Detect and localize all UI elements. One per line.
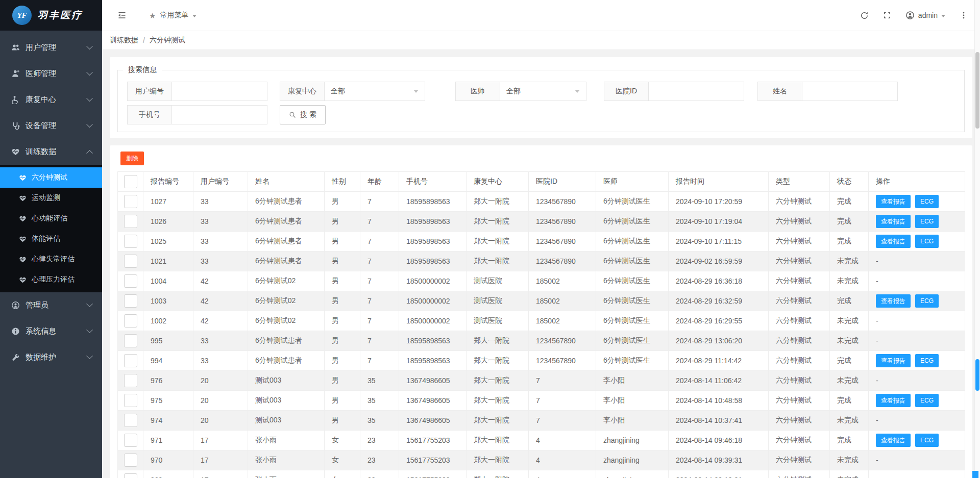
row-checkbox[interactable] <box>124 473 137 478</box>
sidebar-item-users[interactable]: 用户管理 <box>0 35 102 61</box>
submenu-item-5[interactable]: 心理压力评估 <box>0 269 102 290</box>
search-input[interactable] <box>172 105 267 124</box>
submenu-item-3[interactable]: 体能评估 <box>0 229 102 249</box>
ecg-button[interactable]: ECG <box>915 294 939 308</box>
quick-menu-dropdown[interactable]: ★ 常用菜单 <box>149 11 197 20</box>
cell-hospital_id: 4 <box>529 450 596 470</box>
cell-age: 7 <box>360 291 399 311</box>
view-report-button[interactable]: 查看报告 <box>876 434 911 447</box>
cell-actions: - <box>869 470 965 478</box>
cell-name: 6分钟测试患者 <box>248 351 325 371</box>
cell-name: 测试003 <box>248 371 325 391</box>
cell-doctor: 6分钟测试医生 <box>596 271 669 291</box>
ecg-button[interactable]: ECG <box>915 354 939 367</box>
sidebar-item-admin[interactable]: 管理员 <box>0 292 102 318</box>
sidebar-item-device[interactable]: 设备管理 <box>0 113 102 139</box>
cell-type: 六分钟测试 <box>769 351 830 371</box>
sidebar-item-wrench[interactable]: 数据维护 <box>0 344 102 370</box>
table-header-cell-1: 用户编号 <box>193 172 248 192</box>
rehab-icon <box>11 95 20 104</box>
search-button[interactable]: 搜 索 <box>280 105 326 124</box>
chevron-down-icon <box>941 15 945 17</box>
row-checkbox[interactable] <box>124 235 137 248</box>
more-options-icon[interactable] <box>960 11 968 19</box>
ecg-button[interactable]: ECG <box>915 195 939 208</box>
cell-type: 六分钟测试 <box>769 411 830 431</box>
select-all-checkbox[interactable] <box>124 175 137 188</box>
cell-actions: - <box>869 271 965 291</box>
ecg-button[interactable]: ECG <box>915 434 939 447</box>
user-menu[interactable]: admin <box>905 11 945 20</box>
reports-table: 报告编号用户编号姓名性别年龄手机号康复中心医院ID医师报告时间类型状态操作 10… <box>117 171 965 478</box>
row-checkbox[interactable] <box>124 394 137 407</box>
cell-phone: 18595898563 <box>399 331 467 351</box>
row-checkbox[interactable] <box>124 414 137 427</box>
table-row: 1021336分钟测试患者男718595898563郑大一附院123456789… <box>118 251 965 271</box>
cell-status: 未完成 <box>830 411 869 431</box>
ecg-button[interactable]: ECG <box>915 235 939 248</box>
select-caret-icon <box>575 90 580 93</box>
submenu-item-0[interactable]: 六分钟测试 <box>0 167 102 188</box>
row-checkbox[interactable] <box>124 255 137 268</box>
cell-age: 23 <box>360 431 399 450</box>
cell-type: 六分钟测试 <box>769 391 830 411</box>
search-input[interactable] <box>172 82 267 101</box>
submenu-item-label: 心律失常评估 <box>32 255 75 264</box>
sidebar-item-heart[interactable]: 训练数据 <box>0 139 102 165</box>
cell-age: 35 <box>360 391 399 411</box>
view-report-button[interactable]: 查看报告 <box>876 195 911 208</box>
delete-button[interactable]: 删除 <box>120 152 144 165</box>
cell-type: 六分钟测试 <box>769 311 830 331</box>
view-report-button[interactable]: 查看报告 <box>876 354 911 367</box>
row-checkbox[interactable] <box>124 454 137 467</box>
search-input[interactable] <box>802 82 898 101</box>
view-report-button[interactable]: 查看报告 <box>876 394 911 407</box>
refresh-icon[interactable] <box>860 11 869 20</box>
scrollbar-thumb-secondary[interactable] <box>975 359 979 391</box>
sidebar-item-doctor[interactable]: 医师管理 <box>0 61 102 87</box>
ecg-button[interactable]: ECG <box>915 215 939 228</box>
brand-logo-icon: YF <box>12 6 32 25</box>
row-checkbox[interactable] <box>124 334 137 347</box>
cell-status: 未完成 <box>830 311 869 331</box>
sidebar-item-sysinfo[interactable]: 系统信息 <box>0 318 102 344</box>
sidebar-collapse-button[interactable] <box>117 11 127 20</box>
row-checkbox[interactable] <box>124 374 137 387</box>
search-input[interactable] <box>648 82 744 101</box>
cell-name: 张小雨 <box>248 450 325 470</box>
row-checkbox[interactable] <box>124 314 137 328</box>
row-checkbox-cell <box>118 232 143 251</box>
search-select[interactable]: 全部 <box>324 82 425 101</box>
breadcrumb-parent[interactable]: 训练数据 <box>110 36 138 45</box>
row-checkbox[interactable] <box>124 215 137 228</box>
cell-type: 六分钟测试 <box>769 431 830 450</box>
chevron-down-icon <box>86 353 93 359</box>
scroll-corner-indicator <box>972 471 978 478</box>
row-checkbox[interactable] <box>124 274 137 288</box>
cell-age: 23 <box>360 470 399 478</box>
view-report-button[interactable]: 查看报告 <box>876 215 911 228</box>
sidebar-item-label: 系统信息 <box>26 326 87 336</box>
cell-sex: 女 <box>325 470 360 478</box>
row-checkbox-cell <box>118 271 143 291</box>
view-report-button[interactable]: 查看报告 <box>876 235 911 248</box>
row-checkbox[interactable] <box>124 195 137 208</box>
table-row: 96917张小雨女2315617755203郑大一附院4zhangjining2… <box>118 470 965 478</box>
fullscreen-icon[interactable] <box>883 11 891 19</box>
cell-report_no: 1026 <box>143 212 193 232</box>
search-select[interactable]: 全部 <box>500 82 586 101</box>
view-report-button[interactable]: 查看报告 <box>876 294 911 308</box>
row-checkbox[interactable] <box>124 434 137 447</box>
row-checkbox[interactable] <box>124 354 137 367</box>
submenu-item-2[interactable]: 心功能评估 <box>0 208 102 229</box>
sidebar-item-label: 数据维护 <box>26 353 87 362</box>
submenu-item-4[interactable]: 心律失常评估 <box>0 249 102 269</box>
submenu-item-1[interactable]: 运动监测 <box>0 188 102 208</box>
ecg-button[interactable]: ECG <box>915 394 939 407</box>
scrollbar-thumb[interactable] <box>975 52 979 129</box>
sidebar-item-rehab[interactable]: 康复中心 <box>0 87 102 113</box>
row-checkbox[interactable] <box>124 294 137 308</box>
cell-sex: 男 <box>325 351 360 371</box>
cell-sex: 男 <box>325 212 360 232</box>
cell-phone: 18595898563 <box>399 232 467 251</box>
